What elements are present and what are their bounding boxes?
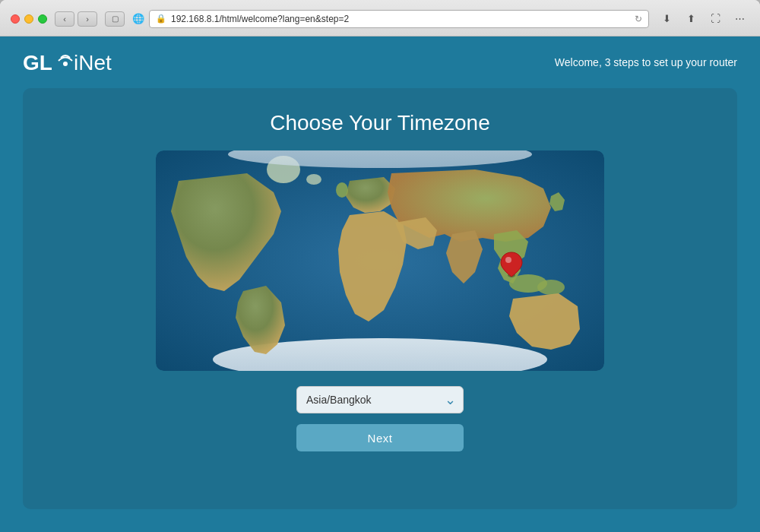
world-map[interactable] [156, 150, 604, 371]
next-button[interactable]: Next [296, 424, 464, 451]
timezone-select[interactable]: UTC Asia/Bangkok Asia/Tokyo Asia/Shangha… [296, 386, 464, 413]
world-map-container[interactable] [156, 150, 604, 371]
forward-button[interactable]: › [78, 11, 97, 27]
address-bar-area: 🌐 🔒 192.168.8.1/html/welcome?lang=en&ste… [132, 10, 649, 28]
main-card: Choose Your Timezone [23, 88, 737, 509]
svg-text:iNet: iNet [74, 51, 112, 74]
browser-window: ‹ › ▢ 🌐 🔒 192.168.8.1/html/welcome?lang=… [0, 0, 760, 532]
traffic-lights [11, 14, 47, 24]
svg-point-9 [306, 174, 321, 185]
timezone-select-wrapper: UTC Asia/Bangkok Asia/Tokyo Asia/Shangha… [296, 386, 464, 413]
browser-titlebar: ‹ › ▢ 🌐 🔒 192.168.8.1/html/welcome?lang=… [0, 0, 760, 36]
maximize-button[interactable] [38, 14, 47, 24]
url-text: 192.168.8.1/html/welcome?lang=en&step=2 [171, 14, 349, 24]
address-bar[interactable]: 🔒 192.168.8.1/html/welcome?lang=en&step=… [149, 10, 649, 28]
reload-icon: ↻ [635, 14, 642, 24]
svg-point-8 [336, 182, 348, 198]
logo-svg: GL iNet [23, 47, 122, 78]
page-header: GL iNet Welcome, 3 steps to set up your … [0, 36, 760, 88]
minimize-button[interactable] [24, 14, 33, 24]
svg-point-7 [537, 280, 565, 295]
svg-text:GL: GL [23, 51, 52, 74]
share-icon[interactable]: ⬆ [681, 11, 701, 27]
header-subtitle: Welcome, 3 steps to set up your router [555, 56, 737, 68]
nav-buttons: ‹ › [55, 11, 97, 27]
expand-icon[interactable]: ⛶ [705, 11, 725, 27]
download-icon[interactable]: ⬇ [657, 11, 676, 27]
reading-view-button[interactable]: ▢ [105, 11, 125, 27]
toolbar-icons: ⬇ ⬆ ⛶ ⋯ [657, 11, 749, 27]
menu-icon[interactable]: ⋯ [730, 11, 749, 27]
gl-inet-logo: GL iNet [23, 47, 122, 78]
page-content: GL iNet Welcome, 3 steps to set up your … [0, 36, 760, 532]
lock-icon: 🔒 [156, 14, 166, 24]
svg-point-1 [63, 62, 68, 66]
card-title: Choose Your Timezone [270, 111, 490, 135]
svg-point-12 [505, 257, 511, 263]
globe-icon: 🌐 [132, 13, 144, 24]
close-button[interactable] [11, 14, 20, 24]
back-button[interactable]: ‹ [55, 11, 74, 27]
